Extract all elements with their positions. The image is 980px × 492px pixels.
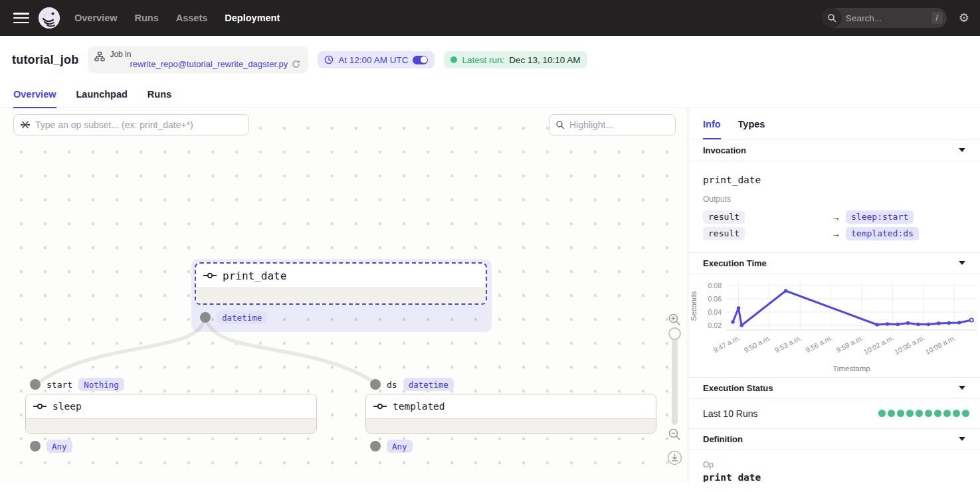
input-port-name: ds xyxy=(387,380,397,390)
run-success-dot[interactable] xyxy=(962,410,970,418)
section-execution-status[interactable]: Execution Status xyxy=(688,377,980,399)
job-repo-link[interactable]: rewrite_repo@tutorial_rewrite_dagster.py xyxy=(130,59,288,69)
job-location-badge[interactable]: Job in rewrite_repo@tutorial_rewrite_dag… xyxy=(88,46,308,73)
page-tabs: Overview Launchpad Runs xyxy=(0,82,980,108)
arrow-icon: → xyxy=(831,228,846,239)
op-icon xyxy=(203,272,217,279)
run-success-dot[interactable] xyxy=(925,410,933,418)
zoom-in-icon[interactable] xyxy=(668,313,681,326)
run-success-dot[interactable] xyxy=(906,410,914,418)
selected-node-highlight: print_date datetime xyxy=(191,259,492,332)
node-templated[interactable]: templated xyxy=(365,394,656,434)
node-sleep[interactable]: sleep xyxy=(25,394,317,434)
svg-text:10:02 a.m.: 10:02 a.m. xyxy=(862,333,895,356)
run-success-dot[interactable] xyxy=(916,410,924,418)
page-header: tutorial_job Job in rewrite_repo@tutoria… xyxy=(0,36,980,82)
fit-view-icon[interactable] xyxy=(667,450,682,465)
highlight-input[interactable] xyxy=(569,120,669,130)
output-port-dot[interactable] xyxy=(30,441,41,451)
node-print-date[interactable]: print_date xyxy=(195,262,487,305)
run-success-dot[interactable] xyxy=(878,410,886,418)
run-success-dot[interactable] xyxy=(897,410,905,418)
run-success-dot[interactable] xyxy=(934,410,942,418)
nav-item-runs[interactable]: Runs xyxy=(135,13,159,23)
output-type-badge[interactable]: Any xyxy=(47,440,72,453)
job-graph-icon xyxy=(94,51,105,62)
input-port-dot[interactable] xyxy=(30,379,41,390)
zoom-controls xyxy=(666,313,683,465)
svg-text:10:05 a.m.: 10:05 a.m. xyxy=(893,333,926,356)
last-runs-label: Last 10 Runs xyxy=(703,408,758,419)
dagster-logo-icon[interactable] xyxy=(39,7,60,29)
node-title: templated xyxy=(393,401,445,412)
section-execution-time[interactable]: Execution Time xyxy=(688,252,980,274)
svg-text:9:59 a.m.: 9:59 a.m. xyxy=(835,333,864,354)
svg-text:0.02: 0.02 xyxy=(708,321,722,329)
svg-text:0.04: 0.04 xyxy=(708,307,722,315)
svg-text:9:56 a.m.: 9:56 a.m. xyxy=(804,333,833,354)
op-subset-filter[interactable] xyxy=(13,114,249,135)
panel-tabs: Info Types xyxy=(688,108,980,139)
tab-types[interactable]: Types xyxy=(738,108,765,139)
zoom-slider-track[interactable] xyxy=(672,329,678,425)
clock-icon xyxy=(324,55,334,64)
output-type-badge[interactable]: datetime xyxy=(217,311,267,324)
svg-text:9:50 a.m.: 9:50 a.m. xyxy=(743,333,772,354)
op-subset-input[interactable] xyxy=(35,120,243,130)
node-title: sleep xyxy=(52,401,82,412)
run-success-dot[interactable] xyxy=(943,410,951,418)
latest-run-badge[interactable]: Latest run: Dec 13, 10:10 AM xyxy=(444,51,587,68)
highlight-filter[interactable] xyxy=(549,114,676,135)
hamburger-menu-icon[interactable] xyxy=(13,13,29,23)
search-input[interactable] xyxy=(842,13,931,23)
definition-block: Op print_date xyxy=(688,450,980,483)
run-success-dot[interactable] xyxy=(953,410,961,418)
global-search[interactable]: / xyxy=(822,8,947,28)
input-type-badge[interactable]: datetime xyxy=(403,378,454,391)
tab-runs[interactable]: Runs xyxy=(147,82,171,108)
tab-launchpad[interactable]: Launchpad xyxy=(76,82,128,108)
output-port-dot[interactable] xyxy=(370,441,381,451)
zoom-slider-handle[interactable] xyxy=(668,327,681,340)
tab-overview[interactable]: Overview xyxy=(13,82,56,108)
reload-icon[interactable] xyxy=(292,60,300,68)
highlight-search-icon xyxy=(555,120,565,129)
svg-text:0.08: 0.08 xyxy=(708,281,722,289)
top-nav: Overview Runs Assets Deployment / ⚙ xyxy=(0,0,980,36)
tab-info[interactable]: Info xyxy=(703,108,721,139)
node-info-panel: Info Types Invocation print_date Outputs… xyxy=(688,108,980,482)
svg-text:Timestamp: Timestamp xyxy=(833,365,870,372)
output-target-link[interactable]: sleep:start xyxy=(846,210,914,224)
output-name-badge: result xyxy=(703,210,745,224)
section-invocation[interactable]: Invocation xyxy=(688,139,980,161)
input-type-badge[interactable]: Nothing xyxy=(78,378,124,391)
section-definition[interactable]: Definition xyxy=(688,428,980,450)
schedule-badge[interactable]: At 12:00 AM UTC xyxy=(318,51,435,68)
templated-input-port: ds datetime xyxy=(370,378,454,391)
nav-items: Overview Runs Assets Deployment xyxy=(74,13,280,23)
zoom-out-icon[interactable] xyxy=(668,428,681,441)
arrow-icon: → xyxy=(831,212,846,222)
node-title: print_date xyxy=(223,270,286,282)
nav-item-overview[interactable]: Overview xyxy=(74,13,118,23)
run-success-dot[interactable] xyxy=(888,410,896,418)
output-row: result → sleep:start xyxy=(688,208,980,225)
chevron-down-icon xyxy=(959,148,965,152)
nav-item-deployment[interactable]: Deployment xyxy=(225,13,280,23)
settings-gear-icon[interactable]: ⚙ xyxy=(959,12,969,24)
output-type-badge[interactable]: Any xyxy=(387,440,413,453)
schedule-toggle[interactable] xyxy=(413,56,428,64)
run-status-dots[interactable] xyxy=(878,410,970,418)
op-graph-canvas[interactable]: print_date datetime start Nothing xyxy=(0,108,688,482)
page-title: tutorial_job xyxy=(12,53,78,67)
svg-text:Seconds: Seconds xyxy=(690,291,698,321)
input-port-dot[interactable] xyxy=(370,379,381,390)
schedule-label: At 12:00 AM UTC xyxy=(338,55,408,65)
sleep-input-port: start Nothing xyxy=(30,378,124,391)
nav-item-assets[interactable]: Assets xyxy=(176,13,208,23)
svg-text:10:08 a.m.: 10:08 a.m. xyxy=(924,333,956,356)
section-title: Execution Time xyxy=(703,258,767,268)
search-shortcut-key: / xyxy=(931,12,943,24)
output-port-dot[interactable] xyxy=(200,312,211,323)
output-target-link[interactable]: templated:ds xyxy=(846,227,919,240)
